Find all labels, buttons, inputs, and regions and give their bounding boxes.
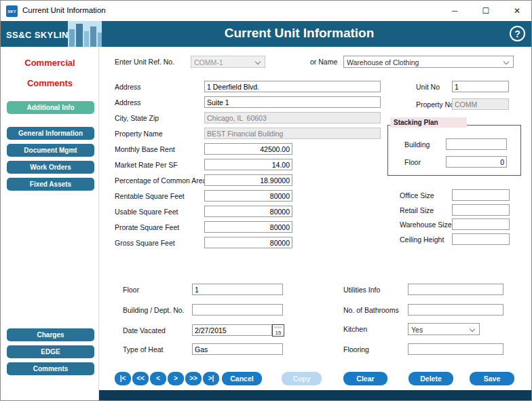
address1-input[interactable] <box>204 81 381 92</box>
help-icon[interactable]: ? <box>510 26 525 41</box>
window-title: Current Unit Information <box>22 6 106 14</box>
chevron-down-icon <box>255 59 261 64</box>
city-state-zip-input <box>204 112 381 123</box>
address1-label: Address <box>115 83 141 91</box>
address2-input[interactable] <box>204 96 381 108</box>
stacking-building-label: Building <box>404 140 430 149</box>
unit-name-select[interactable]: Warehouse of Clothing <box>343 56 514 68</box>
maximize-button[interactable]: ☐ <box>470 1 501 21</box>
type-of-heat-label: Type of Heat <box>123 345 164 354</box>
floor-label: Floor <box>123 286 139 294</box>
stacking-plan-group <box>387 125 521 176</box>
clear-button[interactable]: Clear <box>343 372 387 385</box>
ceiling-height-label: Ceiling Height <box>400 235 444 244</box>
prorate-sqft-input[interactable] <box>204 221 292 233</box>
warehouse-size-label: Warehouse Size <box>400 221 452 229</box>
market-rate-label: Market Rate Per SF <box>115 161 178 169</box>
usable-sqft-input[interactable] <box>204 206 292 217</box>
office-size-label: Office Size <box>400 191 434 199</box>
rentable-sqft-input[interactable] <box>204 190 292 202</box>
nav-forward-button[interactable]: > <box>168 372 184 385</box>
city-state-zip-label: City, State Zip <box>115 114 159 122</box>
unit-no-label: Unit No <box>416 83 440 91</box>
bottom-status-bar <box>99 390 532 401</box>
minimize-icon: ─ <box>452 6 458 16</box>
minimize-button[interactable]: ─ <box>439 1 470 21</box>
warehouse-size-input[interactable] <box>452 218 510 230</box>
sidebar-heading-comments: Comments <box>1 78 99 88</box>
chevron-down-icon <box>504 59 509 64</box>
prorate-sqft-label: Prorate Square Feet <box>115 223 179 231</box>
property-name-label: Property Name <box>115 130 163 138</box>
property-name-input <box>204 128 381 139</box>
calendar-icon[interactable]: 15 <box>272 324 284 337</box>
cancel-button[interactable]: Cancel <box>222 372 262 385</box>
office-size-input[interactable] <box>452 189 510 201</box>
sidebar-item-general-information[interactable]: General Information <box>7 127 94 140</box>
nav-last-button[interactable]: >| <box>203 372 219 385</box>
app-window: SKY Current Unit Information ─ ☐ ✕ SS&C … <box>0 0 532 401</box>
utilities-info-input[interactable] <box>408 284 504 295</box>
type-of-heat-input[interactable] <box>192 343 283 355</box>
kitchen-value: Yes <box>411 326 423 334</box>
copy-button: Copy <box>282 372 322 385</box>
delete-button[interactable]: Delete <box>408 372 453 385</box>
monthly-base-rent-input[interactable] <box>204 143 292 155</box>
flooring-input[interactable] <box>408 343 504 355</box>
sidebar-item-charges[interactable]: Charges <box>7 328 94 341</box>
pct-common-area-input[interactable] <box>204 174 292 186</box>
or-name-label: or Name <box>310 58 337 66</box>
calendar-day-text: 15 <box>276 330 282 336</box>
cityscape-image <box>68 21 102 47</box>
monthly-base-rent-label: Monthly Base Rent <box>115 145 175 153</box>
date-vacated-input[interactable] <box>192 324 272 336</box>
stacking-floor-input[interactable] <box>446 156 507 168</box>
unit-ref-select[interactable]: COMM-1 <box>191 56 265 68</box>
unit-ref-label: Enter Unit Ref. No. <box>115 58 174 66</box>
nav-fast-forward-button[interactable]: >> <box>185 372 202 385</box>
retail-size-label: Retail Size <box>400 206 434 214</box>
close-icon: ✕ <box>514 6 520 16</box>
bathrooms-label: No. of Bathrooms <box>343 306 399 314</box>
kitchen-label: Kitchen <box>343 325 367 333</box>
pct-common-area-label: Percentage of Common Area <box>115 176 206 185</box>
property-no-label: Property No. <box>416 100 456 109</box>
ceiling-height-input[interactable] <box>452 233 510 245</box>
sidebar-item-document-mgmt[interactable]: Document Mgmt <box>7 144 94 157</box>
nav-back-button[interactable]: < <box>150 372 166 385</box>
flooring-label: Flooring <box>343 345 369 354</box>
address2-label: Address <box>115 98 141 107</box>
gross-sqft-input[interactable] <box>204 237 292 248</box>
bathrooms-input[interactable] <box>408 304 504 316</box>
sidebar-item-work-orders[interactable]: Work Orders <box>7 161 94 174</box>
maximize-icon: ☐ <box>482 6 490 16</box>
rentable-sqft-label: Rentable Square Feet <box>115 192 185 200</box>
nav-first-button[interactable]: |< <box>115 372 131 385</box>
gross-sqft-label: Gross Square Feet <box>115 239 175 247</box>
stacking-building-input[interactable] <box>446 138 507 150</box>
property-no-input <box>452 98 509 110</box>
nav-fast-back-button[interactable]: << <box>132 372 149 385</box>
retail-size-input[interactable] <box>452 204 510 216</box>
title-bar: SKY Current Unit Information ─ ☐ ✕ <box>1 1 531 21</box>
floor-input[interactable] <box>192 284 283 295</box>
sidebar-item-comments[interactable]: Comments <box>7 362 94 375</box>
sidebar-item-fixed-assets[interactable]: Fixed Assets <box>7 178 94 191</box>
market-rate-input[interactable] <box>204 159 292 170</box>
unit-name-value: Warehouse of Clothing <box>347 58 419 66</box>
date-vacated-label: Date Vacated <box>123 326 166 335</box>
sidebar-item-edge[interactable]: EDGE <box>7 345 94 358</box>
skyline-logo-icon: SKY <box>6 5 18 17</box>
unit-no-input[interactable] <box>452 81 509 92</box>
building-dept-input[interactable] <box>192 304 283 316</box>
kitchen-select[interactable]: Yes <box>408 323 480 335</box>
sidebar-item-additional-info[interactable]: Additional Info <box>7 101 94 114</box>
unit-ref-value: COMM-1 <box>194 58 223 66</box>
sidebar-heading-commercial: Commercial <box>1 58 99 68</box>
page-title: Current Unit Information <box>109 26 489 41</box>
building-dept-label: Building / Dept. No. <box>123 306 184 314</box>
save-button[interactable]: Save <box>470 372 514 385</box>
brand-name: SS&C SKYLINE <box>6 30 75 40</box>
close-button[interactable]: ✕ <box>501 1 532 21</box>
stacking-floor-label: Floor <box>404 158 421 166</box>
